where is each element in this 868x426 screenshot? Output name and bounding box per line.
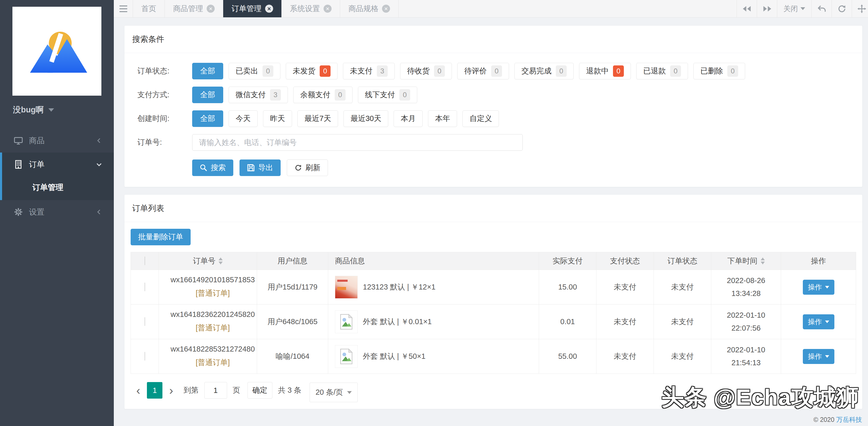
filter-payment-balance[interactable]: 余额支付0 (293, 87, 352, 103)
filter-time-yesterday[interactable]: 昨天 (263, 110, 292, 127)
sidebar-item-label: 订单 (29, 159, 96, 170)
filter-time-last30days[interactable]: 最近30天 (343, 110, 388, 127)
filter-order-status-awaiting-review[interactable]: 待评价0 (457, 63, 509, 79)
sort-icon[interactable] (761, 258, 765, 264)
order-list-body: 批量删除订单 订单号 用户信息 商品信息 实际 (124, 222, 862, 409)
product-placeholder-image (335, 310, 358, 333)
prev-page-button[interactable]: ‹ (132, 382, 145, 399)
goto-label: 到第 (184, 385, 199, 395)
per-page-select[interactable]: 20 条/页 (310, 383, 358, 402)
product-info: 123123 默认 | ￥12×1 (363, 282, 436, 292)
filter-time-this-year[interactable]: 本年 (428, 110, 457, 127)
save-icon (247, 164, 255, 172)
create-time-row: 创建时间: 全部 今天 昨天 最近7天 最近30天 本月 本年 自定义 (137, 110, 855, 127)
amount-paid: 15.00 (539, 270, 596, 304)
close-tabs-dropdown[interactable]: 关闭 (777, 0, 811, 17)
sidebar-item-settings[interactable]: 设置 (0, 200, 114, 224)
close-icon[interactable]: × (265, 5, 273, 13)
filter-time-all[interactable]: 全部 (192, 110, 223, 127)
monitor-icon (13, 136, 23, 145)
count-badge: 0 (727, 65, 738, 77)
sidebar-item-label: 商品 (29, 135, 96, 146)
filter-time-today[interactable]: 今天 (229, 110, 258, 127)
gear-icon (13, 207, 23, 217)
filter-time-last7days[interactable]: 最近7天 (298, 110, 338, 127)
row-actions-button[interactable]: 操作 (803, 314, 834, 329)
order-date: 2022-08-26 (711, 276, 781, 285)
refresh-icon[interactable] (832, 0, 852, 17)
filter-payment-offline[interactable]: 线下支付0 (358, 87, 417, 103)
search-button[interactable]: 搜索 (192, 160, 233, 176)
field-label: 订单号: (137, 137, 192, 148)
chevron-down-icon (96, 161, 102, 168)
row-actions-button[interactable]: 操作 (803, 349, 834, 364)
batch-delete-button[interactable]: 批量删除订单 (131, 229, 191, 245)
filter-order-status-awaiting-receipt[interactable]: 待收货0 (400, 63, 452, 79)
tab-label: 首页 (141, 4, 156, 14)
page-unit-label: 页 (233, 385, 240, 395)
sidebar-item-orders[interactable]: 订单 (2, 153, 114, 176)
order-no-input[interactable] (192, 134, 523, 151)
filter-time-custom[interactable]: 自定义 (462, 110, 499, 127)
filter-order-status-refunded[interactable]: 已退款0 (636, 63, 688, 79)
select-all-checkbox[interactable] (145, 256, 145, 265)
sidebar-item-order-management[interactable]: 订单管理 (2, 176, 114, 199)
order-type: [普通订单] (168, 358, 257, 368)
goto-page-input[interactable] (204, 382, 227, 399)
pay-status: 未支付 (596, 304, 654, 339)
user-menu[interactable]: 没bug啊 (0, 104, 114, 115)
chevron-down-icon (825, 321, 829, 323)
count-badge: 0 (399, 89, 410, 101)
confirm-page-button[interactable]: 确定 (248, 382, 272, 399)
sidebar-toggle-button[interactable] (114, 0, 133, 17)
filter-order-status-all[interactable]: 全部 (192, 63, 223, 79)
tab-product-specs[interactable]: 商品规格 × (340, 0, 399, 17)
sidebar: 没bug啊 商品 订单 (0, 0, 114, 426)
field-label: 创建时间: (137, 113, 192, 124)
sort-icon[interactable] (219, 258, 223, 264)
panel-title: 搜索条件 (132, 34, 164, 45)
row-checkbox[interactable] (145, 317, 145, 326)
filter-payment-all[interactable]: 全部 (192, 87, 223, 103)
sidebar-item-label: 设置 (29, 207, 96, 218)
close-icon[interactable]: × (323, 5, 332, 13)
export-button[interactable]: 导出 (240, 160, 281, 176)
filter-time-this-month[interactable]: 本月 (394, 110, 423, 127)
watermark: 头条 @Echa攻城狮 (661, 382, 860, 413)
move-icon[interactable] (852, 0, 868, 17)
row-checkbox[interactable] (145, 352, 145, 361)
close-icon[interactable]: × (382, 5, 390, 13)
filter-order-status-sold[interactable]: 已卖出0 (229, 63, 280, 79)
product-thumbnail (335, 276, 358, 299)
tab-product-management[interactable]: 商品管理 × (165, 0, 223, 17)
close-icon[interactable]: × (207, 5, 215, 13)
table-header-row: 订单号 用户信息 商品信息 实际支付 支付状态 订单状态 下单时间 操作 (131, 252, 856, 270)
close-dropdown-label: 关闭 (783, 4, 798, 14)
page-button-current[interactable]: 1 (147, 382, 162, 399)
fast-forward-icon[interactable] (757, 0, 777, 17)
filter-order-status-unpaid[interactable]: 未支付3 (343, 63, 395, 79)
order-number: wx164182285321272480 (168, 345, 257, 353)
next-page-button[interactable]: › (164, 382, 178, 399)
row-checkbox[interactable] (145, 283, 145, 291)
filter-order-status-deleted[interactable]: 已删除0 (693, 63, 745, 79)
company-link[interactable]: 万岳科技 (836, 416, 862, 423)
tab-system-settings[interactable]: 系统设置 × (282, 0, 340, 17)
order-time: 21:54:13 (711, 359, 781, 367)
chevron-left-icon (96, 208, 102, 215)
refresh-button[interactable]: 刷新 (287, 160, 328, 176)
total-count-label: 共 3 条 (278, 385, 301, 395)
filter-order-status-refunding[interactable]: 退款中0 (579, 63, 631, 79)
row-actions-button[interactable]: 操作 (803, 280, 834, 295)
chevron-down-icon (801, 7, 805, 10)
filter-order-status-completed[interactable]: 交易完成0 (515, 63, 574, 79)
sidebar-item-products[interactable]: 商品 (0, 129, 114, 153)
fast-backward-icon[interactable] (737, 0, 757, 17)
panel-title: 订单列表 (132, 203, 164, 214)
undo-icon[interactable] (811, 0, 832, 17)
count-badge: 0 (556, 65, 567, 77)
filter-payment-wechat[interactable]: 微信支付3 (229, 87, 288, 103)
filter-order-status-unshipped[interactable]: 未发货0 (286, 63, 338, 79)
tab-order-management[interactable]: 订单管理 × (223, 0, 282, 17)
tab-home[interactable]: 首页 (133, 0, 165, 17)
